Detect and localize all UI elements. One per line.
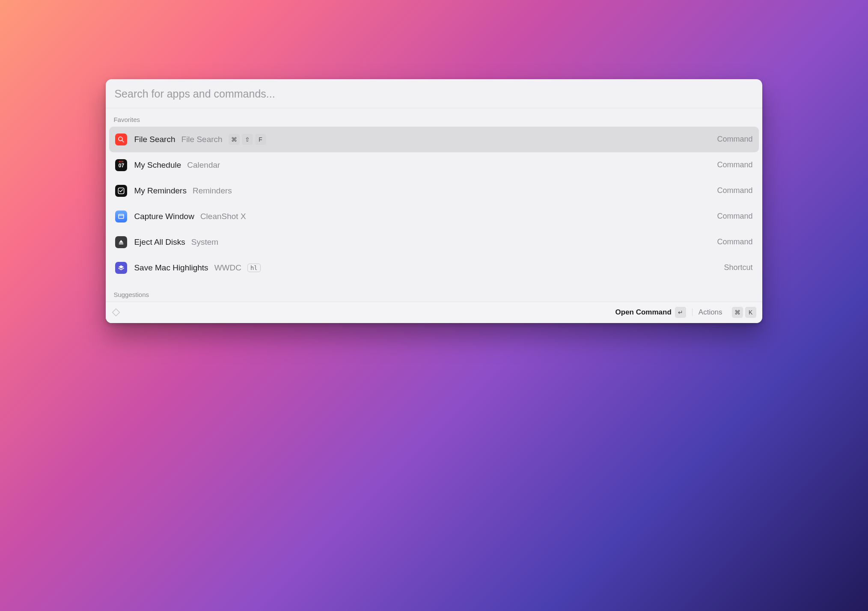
item-type: Command: [717, 237, 753, 246]
item-shortcut: ⌘⇧F: [229, 134, 266, 145]
item-title: File Search: [134, 135, 175, 144]
calendar-day: 07: [119, 163, 124, 169]
item-type: Command: [717, 135, 753, 144]
item-subtitle: Reminders: [193, 186, 232, 196]
search-row: [106, 79, 762, 108]
raycast-logo-icon: [112, 308, 120, 317]
enter-key-icon: ↵: [675, 307, 686, 318]
item-subtitle: System: [191, 237, 218, 247]
list-item[interactable]: Save Mac HighlightsWWDChlShortcut: [109, 255, 758, 281]
footer-primary-action[interactable]: Open Command: [615, 308, 672, 317]
item-subtitle: Calendar: [187, 160, 220, 170]
footer-separator: [692, 308, 693, 316]
layers-icon: [115, 262, 127, 274]
footer-bar: Open Command ↵ Actions ⌘K: [106, 302, 762, 323]
list-item[interactable]: Eject All DisksSystemCommand: [109, 229, 758, 255]
command-palette: Favorites File SearchFile Search⌘⇧FComma…: [106, 79, 762, 323]
svg-rect-3: [119, 214, 124, 218]
list-item[interactable]: FEB07My ScheduleCalendarCommand: [109, 152, 758, 178]
check-icon: [115, 185, 127, 197]
section-header-favorites: Favorites: [106, 108, 762, 127]
search-input[interactable]: [114, 88, 753, 100]
item-badge: hl: [247, 264, 261, 272]
footer-actions-keys: ⌘K: [732, 307, 756, 318]
svg-point-0: [119, 137, 122, 141]
item-title: Eject All Disks: [134, 237, 185, 247]
section-header-suggestions: Suggestions: [106, 283, 762, 302]
key-cap: ⌘: [732, 307, 743, 318]
key-cap: ⇧: [242, 134, 253, 145]
eject-icon: [115, 236, 127, 248]
desktop-background: Favorites File SearchFile Search⌘⇧FComma…: [0, 0, 868, 611]
list-item[interactable]: My RemindersRemindersCommand: [109, 178, 758, 204]
item-title: Save Mac Highlights: [134, 263, 208, 273]
key-cap: K: [745, 307, 756, 318]
calendar-icon: FEB07: [115, 159, 127, 171]
svg-rect-5: [119, 243, 124, 244]
item-subtitle: WWDC: [214, 263, 241, 273]
item-title: Capture Window: [134, 212, 194, 221]
item-type: Shortcut: [724, 263, 753, 272]
key-cap: ⌘: [229, 134, 240, 145]
item-type: Command: [717, 160, 753, 169]
item-type: Command: [717, 212, 753, 221]
favorites-list: File SearchFile Search⌘⇧FCommandFEB07My …: [106, 127, 762, 283]
item-type: Command: [717, 186, 753, 195]
key-cap: F: [255, 134, 266, 145]
svg-line-1: [122, 140, 124, 142]
item-subtitle: File Search: [181, 135, 223, 144]
list-item[interactable]: File SearchFile Search⌘⇧FCommand: [109, 127, 758, 152]
list-item[interactable]: Capture WindowCleanShot XCommand: [109, 204, 758, 229]
item-subtitle: CleanShot X: [200, 212, 246, 221]
search-icon: [115, 133, 127, 145]
item-title: My Reminders: [134, 186, 186, 196]
item-title: My Schedule: [134, 160, 181, 170]
window-icon: [115, 211, 127, 222]
footer-actions-button[interactable]: Actions: [699, 308, 722, 317]
